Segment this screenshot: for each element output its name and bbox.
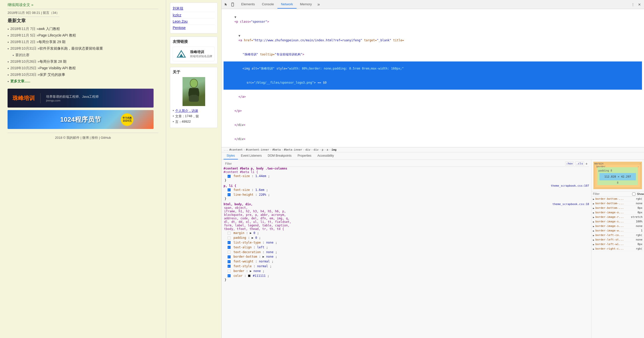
breadcrumb-dots[interactable]: ...: [224, 148, 229, 151]
about-widget: 关于 个人简介，访谈 文章： 1748 ，留 言： 49922: [170, 67, 218, 128]
list-item: 2018年10月26日 » 每周分享第 28 期: [8, 59, 158, 64]
css-checkbox[interactable]: [228, 274, 231, 277]
tab-network[interactable]: Network: [277, 0, 297, 9]
bc-img[interactable]: img: [332, 148, 337, 151]
css-checkbox[interactable]: [228, 246, 231, 249]
about-articles-count: 1748: [185, 114, 192, 118]
user-link[interactable]: Leon Zou: [173, 19, 188, 23]
css-checkbox[interactable]: [228, 260, 231, 263]
css-checkbox[interactable]: [228, 188, 231, 191]
css-checkbox-unchecked[interactable]: [228, 232, 231, 235]
banner1-logo: 珠峰培训: [13, 94, 35, 102]
css-prop: margin: [233, 231, 244, 235]
about-intro-link[interactable]: 个人简介，访谈: [175, 109, 198, 113]
filter-plus-button[interactable]: +: [586, 162, 588, 166]
person-silhouette-icon: [185, 78, 203, 106]
about-comment-item: 言： 49922: [173, 120, 215, 124]
tab-console[interactable]: Console: [258, 0, 277, 9]
css-value: 0: [254, 231, 255, 235]
read-more-link[interactable]: 继续阅读全文 »: [8, 3, 33, 7]
computed-row: ▶ border-image-r... stretch: [591, 215, 644, 219]
user-link[interactable]: lczlcz: [173, 13, 181, 17]
list-item: Leon Zou: [173, 18, 215, 25]
css-line-border-bottom: border-bottom : ▶ none ;: [224, 254, 589, 259]
css-checkbox-unchecked[interactable]: [228, 236, 231, 240]
tab-memory[interactable]: Memory: [297, 0, 315, 9]
article-link[interactable]: 保罗·艾伦的故事: [40, 73, 65, 77]
banner1[interactable]: 珠峰培训 培养靠谱的前端工程师、Java工程师 jirengu.com: [8, 89, 154, 108]
computed-row: ▶ border-right-c... rgb(: [591, 247, 644, 251]
css-value: none: [266, 241, 273, 244]
computed-row: ▶ border-image-s... 100%: [591, 219, 644, 224]
css-line-text-decoration: text-decoration : none ;: [224, 250, 589, 255]
expand-icon[interactable]: ▼: [234, 15, 236, 19]
tab-dom-breakpoints[interactable]: DOM Breakpoints: [265, 152, 295, 159]
banner2[interactable]: 1024程序员节 学习优惠 1024元: [8, 110, 154, 129]
css-line-border: border : ▶ none ;: [224, 269, 589, 274]
middle-panel: 刘米扭 lczlcz Leon Zou Pentose 友情链接 珠峰培训 前端…: [166, 0, 222, 338]
css-source-2[interactable]: theme_scrapbook.css:18: [552, 202, 589, 206]
list-item: 2018年11月 7日 » awk 入门教程: [8, 27, 158, 31]
article-date: 2018年11月 5日 »: [10, 33, 39, 38]
friend-link[interactable]: 珠峰培训 前端培训知名品牌: [173, 47, 215, 61]
css-prop: font-weight: [233, 260, 253, 263]
user-link[interactable]: 刘米扭: [173, 6, 183, 10]
more-articles-item: 更多文章......: [8, 79, 158, 84]
computed-row: ▶ border-bottom-... 0px: [591, 206, 644, 210]
css-checkbox[interactable]: [228, 255, 231, 258]
tab-styles[interactable]: Styles: [224, 152, 238, 159]
filter-cls-button[interactable]: .cls: [575, 161, 584, 166]
box-content: 112.828 × 42.297: [599, 173, 636, 180]
css-prop: text-decoration: [233, 250, 261, 254]
article-link[interactable]: 每周分享第 28 期: [40, 59, 66, 64]
bc-beta-inner[interactable]: #beta-inner: [284, 148, 302, 151]
devtools-topbar: Elements Console Network Memory » ⋮ ✕: [222, 0, 644, 9]
ellipsis-icon[interactable]: ⋮: [630, 2, 635, 7]
css-checkbox[interactable]: [228, 175, 231, 178]
bc-a[interactable]: a: [327, 148, 328, 151]
bc-content[interactable]: #content: [229, 148, 243, 151]
cursor-icon[interactable]: [224, 2, 229, 7]
computed-filter-input[interactable]: [593, 192, 631, 196]
css-value: none: [266, 255, 273, 258]
bc-div1[interactable]: div: [305, 148, 310, 151]
tab-elements[interactable]: Elements: [238, 0, 258, 9]
css-checkbox-unchecked[interactable]: [228, 251, 231, 254]
article-link[interactable]: Page Lifecycle API 教程: [39, 33, 76, 38]
tab-properties[interactable]: Properties: [295, 152, 314, 159]
more-articles-link[interactable]: 更多文章......: [10, 79, 30, 84]
css-value: 1.44em: [255, 174, 266, 178]
more-tabs-icon[interactable]: »: [315, 2, 322, 7]
filter-input[interactable]: [225, 162, 564, 165]
css-source[interactable]: theme_scrapbook.css:107: [551, 184, 589, 188]
css-checkbox-unchecked[interactable]: [228, 269, 231, 273]
css-checkbox[interactable]: [228, 265, 231, 268]
show-all-label: Show all: [637, 192, 644, 195]
user-list: 刘米扭 lczlcz Leon Zou Pentose: [173, 5, 215, 31]
bc-div2[interactable]: div: [314, 148, 319, 151]
bc-p[interactable]: p: [322, 148, 324, 151]
computed-row: ▶ border-bottom-... none: [591, 201, 644, 206]
close-icon[interactable]: ✕: [637, 2, 642, 7]
bc-beta[interactable]: #beta: [272, 148, 281, 151]
expand-icon[interactable]: ▼: [238, 34, 240, 38]
tab-accessibility[interactable]: Accessibility: [314, 152, 337, 159]
bc-content-inner[interactable]: #content-inner: [246, 148, 269, 151]
article-date: 2018年10月31日 »: [10, 46, 40, 51]
devtools-breadcrumb: ... #content › #content-inner › #beta › …: [222, 147, 644, 152]
filter-hov-button[interactable]: :hov: [565, 161, 574, 166]
divider: [40, 93, 41, 103]
article-date: 要的比赛: [15, 53, 29, 57]
article-link[interactable]: 软件开发就像长跑，最佳状态要留给最重: [40, 46, 103, 51]
phone-icon[interactable]: [230, 2, 235, 7]
article-link[interactable]: awk 入门教程: [39, 27, 60, 31]
css-value: normal: [257, 264, 268, 268]
tab-event-listeners[interactable]: Event Listeners: [238, 152, 265, 159]
css-checkbox[interactable]: [228, 241, 231, 244]
css-checkbox[interactable]: [228, 193, 231, 196]
article-link[interactable]: Page Visibility API 教程: [40, 66, 76, 71]
user-link[interactable]: Pentose: [173, 26, 186, 30]
article-link[interactable]: 每周分享第 29 期: [39, 40, 65, 44]
show-all-checkbox[interactable]: [632, 192, 635, 196]
css-prop: border: [233, 269, 244, 273]
